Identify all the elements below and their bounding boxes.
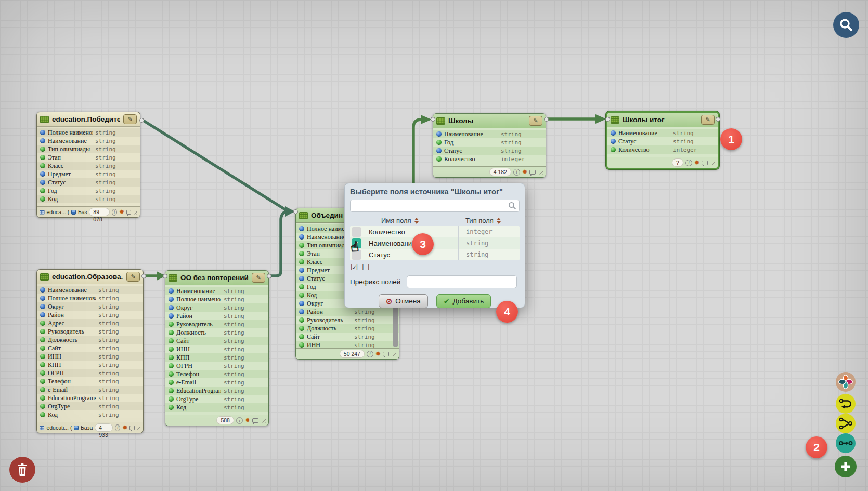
zoom-search-button[interactable] xyxy=(833,12,859,38)
output-port[interactable] xyxy=(267,274,271,278)
info-icon[interactable]: i xyxy=(115,424,120,431)
table-icon xyxy=(436,117,445,125)
field-row: Сайтstring xyxy=(37,344,143,352)
gear-icon[interactable]: ✹ xyxy=(245,417,250,423)
dialog-field-row[interactable]: ✓Количествоinteger xyxy=(350,226,520,237)
loop-connection-button[interactable] xyxy=(836,394,856,414)
edit-button[interactable]: ✎ xyxy=(123,114,137,124)
output-port[interactable] xyxy=(141,274,146,278)
trash-button[interactable] xyxy=(9,457,35,483)
input-port[interactable] xyxy=(163,274,167,278)
merge-connection-button[interactable] xyxy=(836,414,856,433)
node-education-obrazova[interactable]: education.Образова... ✎ Наименованиеstri… xyxy=(36,269,144,433)
green-dot-icon xyxy=(40,387,45,392)
field-type: string xyxy=(98,370,140,377)
field-type: string xyxy=(95,138,137,144)
cancel-button[interactable]: ⊘ Отмена xyxy=(379,294,428,308)
resize-grip[interactable] xyxy=(538,170,543,175)
comment-icon[interactable] xyxy=(252,418,258,423)
field-search-input[interactable] xyxy=(350,200,520,212)
comment-icon[interactable] xyxy=(702,161,708,165)
comment-icon[interactable] xyxy=(129,426,134,430)
output-port[interactable] xyxy=(139,118,144,123)
field-row: Полное наименованиеstring xyxy=(37,128,140,137)
sort-type-icon[interactable] xyxy=(497,218,501,224)
field-type: string xyxy=(98,320,140,327)
field-type: string xyxy=(95,129,137,136)
node-header[interactable]: education.Образова... ✎ xyxy=(37,270,143,284)
comment-icon[interactable] xyxy=(529,170,536,175)
step-badge-4: 4 xyxy=(496,301,518,323)
info-icon[interactable]: i xyxy=(367,351,373,357)
field-type: string xyxy=(354,317,396,324)
select-source-fields-dialog: Выберите поля источника "Школы итог" Имя… xyxy=(344,183,525,308)
info-icon[interactable]: i xyxy=(513,169,520,176)
node-header[interactable]: Школы ✎ xyxy=(433,114,546,128)
info-icon[interactable]: i xyxy=(236,417,243,424)
link-connection-button[interactable] xyxy=(836,433,856,453)
blue-dot-icon xyxy=(299,226,304,231)
node-oo-bez-povtoreniy[interactable]: ОО без повторений ✎ НаименованиеstringПо… xyxy=(165,270,269,426)
info-icon[interactable]: i xyxy=(685,160,692,166)
dialog-field-row[interactable]: ✓Статусstring xyxy=(350,249,520,260)
gear-icon[interactable]: ✹ xyxy=(122,424,127,431)
input-port[interactable] xyxy=(605,117,610,122)
node-header[interactable]: ОО без повторений ✎ xyxy=(165,271,268,285)
edit-button[interactable]: ✎ xyxy=(529,116,542,126)
select-all-checkbox[interactable]: ☑ xyxy=(351,263,358,272)
field-name: Сайт xyxy=(48,344,96,352)
node-education-pobediteli[interactable]: education.Победите... ✎ Полное наименова… xyxy=(36,112,140,218)
output-port[interactable] xyxy=(544,117,549,122)
resize-grip[interactable] xyxy=(392,352,396,356)
green-dot-icon xyxy=(40,412,45,417)
green-dot-icon xyxy=(40,337,45,342)
field-type: string xyxy=(224,321,265,328)
node-shkoly[interactable]: Школы ✎ НаименованиеstringГодstringСтату… xyxy=(433,113,546,178)
info-icon[interactable]: i xyxy=(112,209,117,216)
node-header[interactable]: Школы итог ✎ xyxy=(607,113,718,127)
deselect-all-checkbox[interactable]: ☐ xyxy=(362,263,369,272)
resize-grip[interactable] xyxy=(710,161,715,165)
field-type: string xyxy=(98,353,140,360)
dialog-field-type: integer xyxy=(458,226,520,237)
field-type: integer xyxy=(501,156,542,163)
row-checkbox[interactable]: ✓ xyxy=(352,227,361,237)
palette-button[interactable] xyxy=(836,372,856,392)
node-shkoly-itog[interactable]: Школы итог ✎ НаименованиеstringСтатусstr… xyxy=(606,111,719,169)
dialog-field-row[interactable]: ✓Наименованиеstring xyxy=(350,237,520,249)
field-type: string xyxy=(98,362,140,368)
field-name: Год xyxy=(444,139,498,147)
resize-grip[interactable] xyxy=(134,210,137,215)
resize-grip[interactable] xyxy=(261,418,266,423)
field-name: Наименование xyxy=(48,286,96,294)
green-dot-icon xyxy=(40,321,45,326)
field-name: ОГРН xyxy=(48,369,96,377)
field-type: string xyxy=(95,146,137,153)
edit-button[interactable]: ✎ xyxy=(252,273,265,283)
gear-icon[interactable]: ✹ xyxy=(694,160,699,166)
add-button[interactable]: ✔ Добавить xyxy=(436,294,491,308)
field-name: e-Email xyxy=(176,379,221,387)
resize-grip[interactable] xyxy=(137,426,141,430)
input-port[interactable] xyxy=(293,209,298,214)
help-badge[interactable]: ? xyxy=(672,158,683,167)
gear-icon[interactable]: ✹ xyxy=(375,351,381,357)
field-row: Годstring xyxy=(433,138,546,147)
node-header[interactable]: education.Победите... ✎ xyxy=(37,112,140,127)
field-type: string xyxy=(98,337,140,343)
prefix-input[interactable] xyxy=(407,275,517,288)
comment-icon[interactable] xyxy=(383,352,389,356)
field-type: string xyxy=(98,378,140,385)
gear-icon[interactable]: ✹ xyxy=(119,209,124,215)
green-dot-icon xyxy=(169,363,174,368)
edit-button[interactable]: ✎ xyxy=(701,115,715,125)
output-port[interactable] xyxy=(716,117,720,122)
gear-icon[interactable]: ✹ xyxy=(522,169,527,175)
comment-icon[interactable] xyxy=(126,210,131,215)
node-footer: ? i ✹ xyxy=(607,157,718,168)
sort-name-icon[interactable] xyxy=(414,218,419,224)
blue-dot-icon xyxy=(40,312,45,317)
add-node-button[interactable] xyxy=(835,456,857,477)
edit-button[interactable]: ✎ xyxy=(126,272,140,282)
input-port[interactable] xyxy=(431,117,435,122)
